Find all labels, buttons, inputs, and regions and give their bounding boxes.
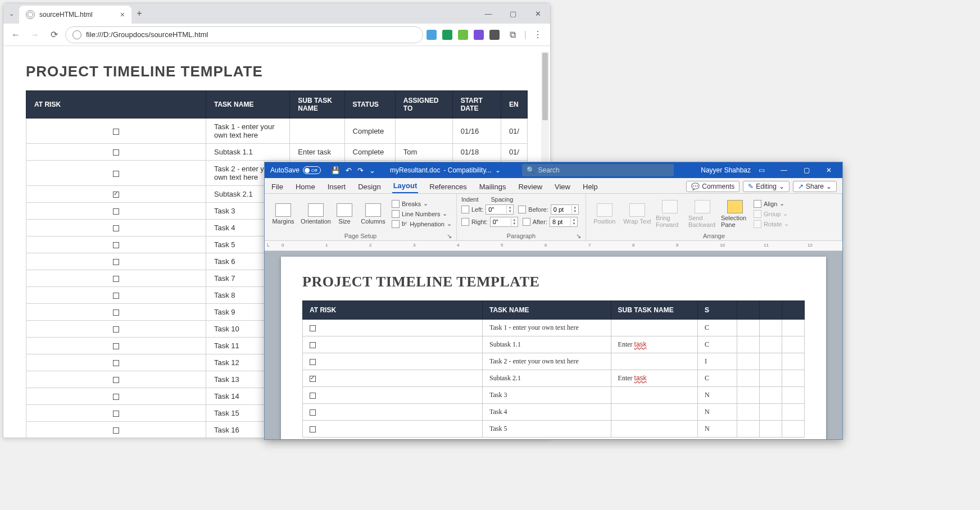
ribbon-tab-mailings[interactable]: Mailings — [478, 180, 507, 193]
reload-button[interactable]: ⟳ — [46, 27, 62, 43]
indent-right-input[interactable]: ▲▼ — [490, 217, 518, 227]
dialog-launcher-icon[interactable]: ↘ — [576, 233, 581, 240]
address-bar[interactable]: file:///D:/Groupdocs/sourceHTML.html — [65, 26, 423, 43]
orientation-button[interactable]: Orientation — [302, 203, 330, 225]
browser-menu-button[interactable]: ⋮ — [530, 27, 546, 43]
risk-checkbox[interactable] — [310, 409, 316, 416]
risk-checkbox[interactable] — [113, 149, 119, 156]
space-before-icon — [518, 206, 526, 213]
word-minimize-button[interactable]: — — [773, 162, 795, 178]
ribbon-tab-design[interactable]: Design — [357, 180, 382, 193]
ribbon-tab-home[interactable]: Home — [294, 180, 316, 193]
margins-button[interactable]: Margins — [269, 203, 297, 225]
tab-list-dropdown[interactable]: ⌄ — [3, 10, 19, 17]
back-button[interactable]: ← — [8, 27, 24, 43]
risk-checkbox[interactable] — [113, 225, 119, 231]
ribbon-tab-file[interactable]: File — [270, 180, 284, 193]
risk-checkbox[interactable] — [310, 342, 316, 348]
redo-icon[interactable]: ↷ — [357, 166, 364, 175]
new-tab-button[interactable]: + — [131, 8, 147, 19]
extension-icon[interactable] — [427, 30, 437, 40]
risk-checkbox[interactable] — [113, 208, 119, 215]
extension-icon[interactable] — [489, 30, 500, 40]
save-icon[interactable]: 💾 — [331, 166, 340, 175]
ribbon-tab-references[interactable]: References — [428, 180, 468, 193]
qat-dropdown-icon[interactable]: ⌄ — [369, 166, 375, 175]
risk-checkbox[interactable] — [113, 276, 119, 282]
horizontal-ruler[interactable]: L 0123456789101112 — [265, 241, 842, 251]
minimize-button[interactable]: — — [476, 3, 501, 24]
risk-checkbox[interactable] — [113, 242, 119, 248]
cell-task: Task 1 - enter your own text here — [483, 320, 611, 336]
extension-icon[interactable] — [474, 30, 484, 40]
indent-left-input[interactable]: ▲▼ — [486, 204, 514, 215]
column-header: ASSIGNED TO — [395, 91, 452, 119]
dialog-launcher-icon[interactable]: ↘ — [447, 233, 452, 240]
document-title[interactable]: myResultant.doc - Compatibility... ⌄ — [380, 166, 511, 174]
extension-icon[interactable] — [458, 30, 468, 40]
table-row[interactable]: Task 2 - enter your own text hereI — [303, 353, 805, 370]
risk-checkbox[interactable] — [310, 393, 316, 399]
table-row[interactable]: Task 4N — [303, 404, 805, 421]
close-window-button[interactable]: ✕ — [525, 3, 550, 24]
ribbon-tab-review[interactable]: Review — [517, 180, 543, 193]
risk-checkbox[interactable] — [113, 171, 119, 177]
cell-subtask — [611, 404, 697, 421]
ribbon-tab-layout[interactable]: Layout — [392, 179, 419, 193]
editing-button[interactable]: ✎ Editing ⌄ — [743, 181, 790, 192]
risk-checkbox[interactable] — [310, 325, 316, 331]
table-row[interactable]: Subtask 2.1Enter taskC — [303, 370, 805, 387]
comments-button[interactable]: 💬 Comments — [686, 181, 739, 192]
close-tab-icon[interactable]: × — [120, 10, 125, 19]
risk-checkbox[interactable] — [310, 359, 316, 365]
site-info-icon[interactable] — [72, 30, 81, 39]
columns-button[interactable]: Columns — [359, 203, 387, 225]
hyphenation-button[interactable]: bᶜ Hyphenation ⌄ — [392, 220, 452, 229]
display-options-icon[interactable]: ▭ — [759, 166, 765, 174]
word-maximize-button[interactable]: ▢ — [795, 162, 818, 178]
risk-checkbox[interactable] — [310, 376, 316, 382]
risk-checkbox[interactable] — [113, 259, 119, 265]
size-button[interactable]: Size — [334, 203, 355, 225]
ribbon-tab-insert[interactable]: Insert — [326, 180, 347, 193]
risk-checkbox[interactable] — [310, 426, 316, 432]
extension-icon[interactable] — [442, 30, 452, 40]
ribbon-tab-view[interactable]: View — [553, 180, 571, 193]
space-before-input[interactable]: ▲▼ — [551, 204, 579, 215]
extensions-button[interactable]: ⧉ — [505, 27, 521, 43]
word-close-button[interactable]: ✕ — [818, 162, 840, 178]
selection-pane-button[interactable]: Selection Pane — [721, 200, 749, 228]
space-after-input[interactable]: ▲▼ — [550, 217, 578, 227]
ribbon-tab-help[interactable]: Help — [582, 180, 599, 193]
risk-checkbox[interactable] — [113, 129, 119, 135]
table-row[interactable]: Task 5N — [303, 421, 805, 438]
user-name[interactable]: Nayyer Shahbaz — [701, 166, 751, 174]
forward-button[interactable]: → — [27, 27, 43, 43]
risk-checkbox[interactable] — [113, 427, 119, 434]
cell-status: C — [698, 336, 737, 353]
breaks-button[interactable]: Breaks ⌄ — [392, 199, 452, 208]
chevron-down-icon[interactable]: ⌄ — [495, 166, 501, 174]
undo-icon[interactable]: ↶ — [346, 166, 352, 175]
risk-checkbox[interactable] — [113, 293, 119, 299]
table-row[interactable]: Task 3N — [303, 387, 805, 404]
share-button[interactable]: ↗ Share ⌄ — [793, 181, 837, 192]
align-button[interactable]: Align ⌄ — [754, 199, 789, 208]
risk-checkbox[interactable] — [113, 377, 119, 383]
search-box[interactable]: 🔍 Search — [522, 164, 674, 176]
chevron-down-icon: ⌄ — [826, 183, 832, 190]
maximize-button[interactable]: ▢ — [501, 3, 525, 24]
table-row[interactable]: Task 1 - enter your own text hereC — [303, 320, 805, 336]
browser-tab[interactable]: sourceHTML.html × — [19, 6, 131, 24]
risk-checkbox[interactable] — [113, 360, 119, 366]
risk-checkbox[interactable] — [113, 326, 119, 333]
risk-checkbox[interactable] — [113, 192, 119, 198]
document-area[interactable]: PROJECT TIMELINE TEMPLATE AT RISKTASK NA… — [265, 251, 842, 439]
risk-checkbox[interactable] — [113, 309, 119, 316]
autosave-toggle[interactable]: AutoSave Off — [265, 166, 326, 174]
table-row[interactable]: Subtask 1.1Enter taskC — [303, 336, 805, 353]
risk-checkbox[interactable] — [113, 394, 119, 400]
line-numbers-button[interactable]: Line Numbers ⌄ — [392, 210, 452, 218]
risk-checkbox[interactable] — [113, 343, 119, 349]
risk-checkbox[interactable] — [113, 411, 119, 417]
